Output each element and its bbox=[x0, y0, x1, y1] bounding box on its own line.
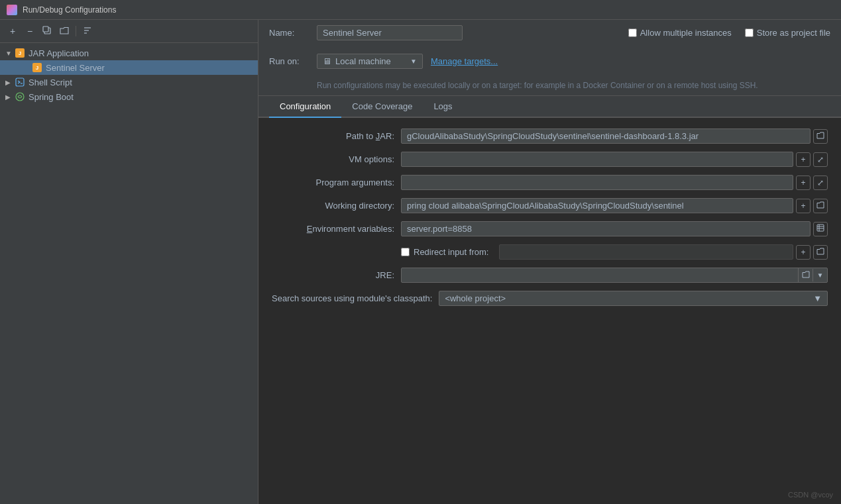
run-hint: Run configurations may be executed local… bbox=[269, 81, 758, 90]
working-directory-input[interactable] bbox=[401, 198, 793, 213]
vm-options-expand-button[interactable]: ⤢ bbox=[813, 152, 828, 167]
remove-configuration-button[interactable]: − bbox=[23, 24, 37, 38]
working-directory-add-button[interactable]: + bbox=[796, 199, 811, 213]
redirect-input-checkbox-wrap: Redirect input from: bbox=[401, 247, 488, 257]
main-container: + − bbox=[0, 20, 841, 504]
tab-logs[interactable]: Logs bbox=[423, 96, 463, 118]
spring-boot-label: Spring Boot bbox=[28, 92, 74, 102]
run-on-dropdown[interactable]: 🖥 Local machine ▼ bbox=[317, 54, 423, 69]
sort-button[interactable] bbox=[80, 24, 95, 38]
program-arguments-add-button[interactable]: + bbox=[796, 176, 811, 190]
spring-boot-icon bbox=[15, 91, 25, 102]
run-on-value: Local machine bbox=[335, 56, 391, 66]
allow-multiple-text: Allow multiple instances bbox=[640, 28, 732, 38]
run-on-row: Run on: 🖥 Local machine ▼ Manage targets… bbox=[269, 54, 830, 69]
program-arguments-row: Program arguments: + ⤢ bbox=[272, 175, 828, 190]
vm-options-add-button[interactable]: + bbox=[796, 152, 811, 167]
classpath-label: Search sources using module's classpath: bbox=[272, 293, 432, 303]
redirect-input-checkbox[interactable] bbox=[401, 248, 410, 256]
tabs-bar: Configuration Code Coverage Logs bbox=[258, 96, 841, 118]
environment-variables-label: Environment variables: bbox=[272, 224, 394, 234]
sentinel-server-label: Sentinel Server bbox=[46, 63, 105, 73]
classpath-dropdown[interactable]: <whole project> ▼ bbox=[439, 291, 828, 306]
path-to-jar-browse-button[interactable] bbox=[813, 129, 828, 144]
redirect-input-input-wrap: + bbox=[499, 244, 828, 260]
sidebar-item-shell-script[interactable]: ▶ Shell Script bbox=[0, 75, 258, 89]
jre-dropdown-button[interactable]: ▼ bbox=[813, 269, 827, 281]
path-to-jar-label: Path to JAR: bbox=[272, 131, 394, 141]
jre-folder-icon bbox=[802, 271, 810, 279]
classpath-value: <whole project> bbox=[445, 293, 506, 303]
program-arguments-label: Program arguments: bbox=[272, 177, 394, 187]
arrow-right-icon2: ▶ bbox=[5, 93, 15, 101]
allow-multiple-checkbox[interactable] bbox=[628, 28, 637, 37]
redirect-input-browse-button[interactable] bbox=[813, 245, 828, 260]
folder-browse-icon2 bbox=[816, 201, 824, 211]
vm-options-input[interactable] bbox=[401, 152, 793, 167]
classpath-arrow-icon: ▼ bbox=[813, 293, 822, 303]
tab-configuration[interactable]: Configuration bbox=[269, 96, 341, 118]
working-directory-row: Working directory: + bbox=[272, 198, 828, 213]
manage-targets-link[interactable]: Manage targets... bbox=[431, 56, 498, 66]
sidebar-item-spring-boot[interactable]: ▶ Spring Boot bbox=[0, 89, 258, 104]
path-to-jar-input-wrap bbox=[401, 128, 828, 144]
plus-icon: + bbox=[10, 26, 15, 36]
program-arguments-input-wrap: + ⤢ bbox=[401, 175, 828, 190]
jar-application-icon: J bbox=[15, 48, 25, 58]
sidebar-item-jar-application[interactable]: ▼ J JAR Application bbox=[0, 46, 258, 60]
jre-label: JRE: bbox=[272, 270, 394, 280]
redirect-input-add-button[interactable]: + bbox=[796, 245, 811, 260]
app-icon bbox=[7, 5, 17, 15]
folder-browse-icon bbox=[816, 132, 824, 141]
table-icon bbox=[816, 224, 824, 234]
vm-options-input-wrap: + ⤢ bbox=[401, 152, 828, 167]
sidebar: + − bbox=[0, 20, 258, 504]
add-configuration-button[interactable]: + bbox=[5, 24, 20, 38]
store-as-project-checkbox[interactable] bbox=[745, 28, 754, 37]
vm-options-label: VM options: bbox=[272, 154, 394, 164]
local-machine-icon: 🖥 bbox=[323, 56, 331, 66]
name-label: Name: bbox=[269, 28, 309, 38]
shell-script-icon bbox=[15, 77, 25, 87]
environment-variables-edit-button[interactable] bbox=[813, 222, 828, 236]
redirect-input-label: Redirect input from: bbox=[414, 247, 488, 257]
jar-application-label: JAR Application bbox=[28, 48, 89, 58]
sidebar-toolbar: + − bbox=[0, 20, 258, 43]
arrow-icon: ▼ bbox=[5, 50, 15, 57]
sidebar-item-sentinel-server[interactable]: J Sentinel Server bbox=[0, 60, 258, 75]
jre-row: JRE: ▼ bbox=[272, 268, 828, 283]
watermark: CSDN @vcoy bbox=[788, 491, 833, 499]
toolbar-separator bbox=[76, 26, 76, 36]
jre-browse-button[interactable] bbox=[798, 268, 813, 282]
expand-icon: ⤢ bbox=[817, 155, 824, 164]
svg-point-7 bbox=[16, 93, 24, 101]
program-arguments-input[interactable] bbox=[401, 175, 793, 190]
copy-configuration-button[interactable] bbox=[40, 24, 54, 38]
redirect-input-input[interactable] bbox=[499, 244, 793, 260]
path-to-jar-input[interactable] bbox=[401, 128, 811, 144]
store-as-project-label: Store as project file bbox=[745, 28, 830, 38]
name-row: Name: Allow multiple instances Store as … bbox=[269, 25, 830, 40]
arrow-right-icon: ▶ bbox=[5, 79, 15, 86]
allow-multiple-label: Allow multiple instances bbox=[628, 28, 732, 38]
copy-icon bbox=[42, 26, 52, 37]
sidebar-tree: ▼ J JAR Application J Sentinel Server ▶ bbox=[0, 43, 258, 504]
jre-input[interactable] bbox=[402, 268, 798, 282]
svg-rect-8 bbox=[817, 225, 824, 231]
vm-options-row: VM options: + ⤢ bbox=[272, 152, 828, 167]
program-arguments-expand-button[interactable]: ⤢ bbox=[813, 176, 828, 190]
working-directory-input-wrap: + bbox=[401, 198, 828, 213]
working-directory-browse-button[interactable] bbox=[813, 199, 828, 213]
environment-variables-input-wrap bbox=[401, 221, 828, 236]
folder-icon bbox=[60, 26, 69, 36]
title-bar: Run/Debug Configurations bbox=[0, 0, 841, 20]
name-input[interactable] bbox=[317, 25, 463, 40]
sort-icon bbox=[84, 26, 91, 37]
tab-code-coverage[interactable]: Code Coverage bbox=[341, 96, 423, 118]
environment-variables-input[interactable] bbox=[401, 221, 811, 236]
save-as-folder-button[interactable] bbox=[57, 24, 72, 38]
right-panel: Name: Allow multiple instances Store as … bbox=[258, 20, 841, 504]
environment-variables-row: Environment variables: bbox=[272, 221, 828, 236]
title-bar-text: Run/Debug Configurations bbox=[23, 5, 116, 15]
form-content: Path to JAR: VM options: bbox=[258, 118, 841, 504]
